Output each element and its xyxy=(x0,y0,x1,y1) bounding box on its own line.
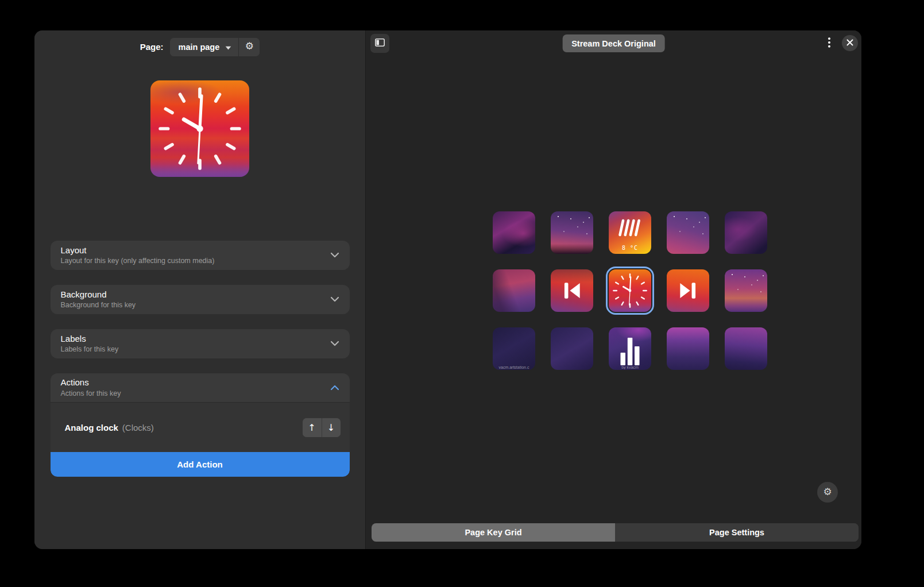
chevron-down-icon xyxy=(330,295,339,304)
right-header: Stream Deck Original xyxy=(366,30,861,63)
key-property-list: Layout Layout for this key (only affecti… xyxy=(51,241,350,477)
key-sunset-sky[interactable] xyxy=(725,269,767,312)
move-action-down-button[interactable]: ↓ xyxy=(322,418,341,437)
key-editor-panel: Page: main page ⚙ Layout xyxy=(34,30,366,549)
gear-icon: ⚙ xyxy=(245,41,254,51)
device-title-button[interactable]: Stream Deck Original xyxy=(562,34,665,52)
page-label: Page: xyxy=(140,42,164,52)
actions-list: Analog clock (Clocks) ↑ ↓ Add Action xyxy=(51,403,350,477)
deck-settings-gear-button[interactable]: ⚙ xyxy=(817,482,838,503)
page-settings-gear-button[interactable]: ⚙ xyxy=(238,38,260,56)
clock-icon xyxy=(609,269,651,312)
action-category: (Clocks) xyxy=(122,423,154,432)
background-expander[interactable]: Background Background for this key xyxy=(51,285,350,314)
up-arrow-icon: ↑ xyxy=(308,422,315,433)
layout-card: Layout Layout for this key (only affecti… xyxy=(51,241,350,270)
key-swirl-ridge[interactable] xyxy=(667,327,709,370)
chevron-down-icon xyxy=(330,339,339,348)
labels-title: Labels xyxy=(61,334,324,345)
toggle-sidebar-button[interactable] xyxy=(370,34,389,53)
actions-subtitle: Actions for this key xyxy=(61,389,324,398)
chevron-down-icon xyxy=(330,251,339,260)
page-selector-value: main page xyxy=(179,43,220,52)
gear-icon: ⚙ xyxy=(823,487,832,497)
key-grid: 8 °C vacm.artstation.c by kvacm xyxy=(493,211,767,370)
key-chart[interactable]: by kvacm xyxy=(609,327,651,370)
page-selector-group: main page ⚙ xyxy=(170,38,260,56)
actions-expander[interactable]: Actions Actions for this key xyxy=(51,373,350,403)
layout-expander[interactable]: Layout Layout for this key (only affecti… xyxy=(51,241,350,270)
key-rock-spires[interactable] xyxy=(493,269,535,312)
down-arrow-icon: ↓ xyxy=(327,422,335,433)
key-weather[interactable]: 8 °C xyxy=(609,211,651,254)
sidebar-toggle-icon xyxy=(375,38,385,48)
view-switcher: Page Key Grid Page Settings xyxy=(372,523,859,542)
analog-clock-icon xyxy=(150,80,249,177)
actions-title: Actions xyxy=(61,377,324,388)
add-action-button[interactable]: Add Action xyxy=(51,452,350,477)
key-preview[interactable] xyxy=(150,80,249,177)
action-name: Analog clock xyxy=(65,423,118,432)
bar-chart-icon xyxy=(609,327,651,370)
key-previous-track[interactable] xyxy=(551,269,593,312)
key-starry-tower[interactable] xyxy=(551,211,593,254)
reorder-buttons: ↑ ↓ xyxy=(303,418,341,437)
layout-subtitle: Layout for this key (only affecting cust… xyxy=(61,257,324,265)
layout-title: Layout xyxy=(61,245,324,256)
key-dusk-clouds[interactable] xyxy=(493,211,535,254)
device-panel: Stream Deck Original 8 °C xyxy=(366,30,861,549)
key-swirl-watermarked[interactable]: vacm.artstation.c xyxy=(493,327,535,370)
labels-card: Labels Labels for this key xyxy=(51,329,350,358)
close-button[interactable] xyxy=(842,35,858,51)
key-dark-clouds[interactable] xyxy=(725,211,767,254)
tab-page-settings[interactable]: Page Settings xyxy=(615,523,859,542)
background-card: Background Background for this key xyxy=(51,285,350,314)
key-swirl-dark[interactable] xyxy=(551,327,593,370)
background-subtitle: Background for this key xyxy=(61,301,324,310)
watermark-label: by kvacm xyxy=(609,365,651,369)
key-analog-clock[interactable] xyxy=(609,269,651,312)
key-starry-sky[interactable] xyxy=(667,211,709,254)
labels-expander[interactable]: Labels Labels for this key xyxy=(51,329,350,358)
menu-button[interactable] xyxy=(820,34,838,53)
skip-forward-icon xyxy=(667,269,709,312)
move-action-up-button[interactable]: ↑ xyxy=(303,418,322,437)
skip-backward-icon xyxy=(551,269,593,312)
action-row-analog-clock: Analog clock (Clocks) ↑ ↓ xyxy=(51,403,350,452)
app-window: Page: main page ⚙ Layout xyxy=(34,30,861,549)
tab-page-key-grid[interactable]: Page Key Grid xyxy=(372,523,615,542)
labels-subtitle: Labels for this key xyxy=(61,345,324,354)
page-selector-dropdown[interactable]: main page xyxy=(170,38,239,56)
background-title: Background xyxy=(61,289,324,300)
watermark-label: vacm.artstation.c xyxy=(493,365,535,369)
chevron-up-icon xyxy=(330,384,339,392)
dropdown-arrow-icon xyxy=(225,43,231,52)
key-next-track[interactable] xyxy=(667,269,709,312)
left-header: Page: main page ⚙ xyxy=(34,30,365,63)
temperature-label: 8 °C xyxy=(609,245,651,251)
kebab-menu-icon xyxy=(828,37,830,49)
key-swirl-ship[interactable] xyxy=(725,327,767,370)
close-icon xyxy=(846,39,853,48)
actions-card: Actions Actions for this key Analog cloc… xyxy=(51,373,350,477)
